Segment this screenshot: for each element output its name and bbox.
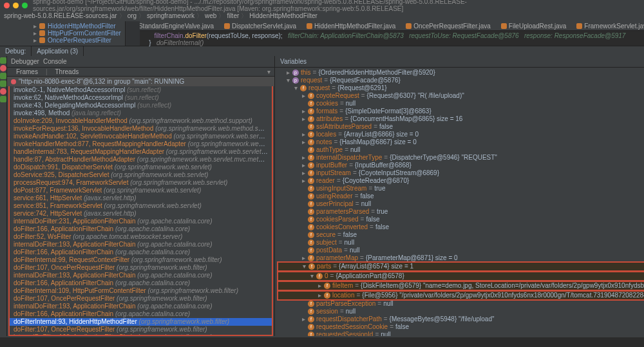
stack-frame[interactable]: handleInternal:783, RequestMappingHandle… <box>10 148 272 156</box>
variable-row[interactable]: ▸flocation = {File@5956} "/private/var/f… <box>277 290 644 301</box>
stack-frame[interactable]: handle:87, AbstractHandlerMethodAdapter … <box>10 156 272 164</box>
bc-item[interactable]: org <box>128 12 137 19</box>
variable-row[interactable]: ▾f0 = {ApplicationPart@6578} <box>277 271 644 281</box>
project-tree[interactable]: ▸HiddenHttpMethodFilter ▸HttpPutFormCont… <box>0 21 126 46</box>
stack-frame[interactable]: service:851, FrameworkServlet (org.sprin… <box>10 202 272 210</box>
stack-frame[interactable]: doFilterInternal:93, HiddenHttpMethodFil… <box>10 318 272 326</box>
stack-frame[interactable]: doFilterInternal:99, RequestContextFilte… <box>10 256 272 264</box>
stack-frame[interactable]: internalDoFilter:193, ApplicationFilterC… <box>10 333 272 336</box>
variable-row[interactable]: ▸flocales = {ArrayList@6866} size = 0 <box>278 131 644 138</box>
bc-item[interactable]: spring-web-5.0.8.RELEASE-sources.jar <box>4 12 117 19</box>
variable-row[interactable]: fcookiesConverted = false <box>278 223 644 231</box>
stack-frame[interactable]: processRequest:974, FrameworkServlet (or… <box>10 179 272 187</box>
stack-frame[interactable]: invoke:43, DelegatingMethodAccessorImpl … <box>10 102 272 109</box>
variable-row[interactable]: fusingReader = false <box>278 192 644 200</box>
variable-row[interactable]: fsession = null <box>278 308 644 315</box>
stack-frame[interactable]: invoke:62, NativeMethodAccessorImpl (sun… <box>10 94 272 102</box>
stack-frame[interactable]: doDispatch:991, DispatcherServlet (org.s… <box>10 164 272 171</box>
stack-frame[interactable]: internalDoFilter:193, ApplicationFilterC… <box>10 272 272 279</box>
editor-tabs[interactable]: StandardEngineValve.java DispatcherServl… <box>126 21 644 31</box>
variable-row[interactable]: ▸finternalDispatcherType = {DispatcherTy… <box>278 154 644 162</box>
variable-row[interactable]: fsslAttributesParsed = false <box>278 123 644 131</box>
variable-row[interactable]: fsubject = null <box>278 239 644 247</box>
stack-frame[interactable]: doFilter:166, ApplicationFilterChain (or… <box>10 249 272 256</box>
variable-row[interactable]: ▸fnotes = {HashMap@6867} size = 0 <box>278 138 644 146</box>
stack-frame[interactable]: doFilter:166, ApplicationFilterChain (or… <box>10 279 272 287</box>
variable-row[interactable]: ▸fattributes = {ConcurrentHashMap@6865} … <box>278 115 644 123</box>
stack-frame[interactable]: invokeForRequest:136, InvocableHandlerMe… <box>10 125 272 133</box>
resume-icon[interactable] <box>0 73 6 79</box>
window-controls[interactable] <box>4 3 28 8</box>
variable-row[interactable]: ▸frequestDispatcherPath = {MessageBytes@… <box>278 315 644 323</box>
variable-row[interactable]: fsecure = false <box>278 231 644 239</box>
stop-icon[interactable] <box>0 65 6 71</box>
variable-row[interactable]: fpartsParseException = null <box>278 300 644 308</box>
stack-frame[interactable]: invokeHandlerMethod:877, RequestMappingH… <box>10 140 272 148</box>
stack-frame[interactable]: internalDoFilter:193, ApplicationFilterC… <box>10 241 272 249</box>
tree-item[interactable]: OncePerRequestFilter <box>48 37 111 44</box>
variable-row[interactable]: ▾frequest = {Request@6291} <box>278 84 644 92</box>
variable-row[interactable]: ▸pthis = {OrderedHiddenHttpMethodFilter@… <box>278 69 644 77</box>
tree-item[interactable]: HiddenHttpMethodFilter <box>48 23 116 30</box>
stack-frame[interactable]: doFilterInternal:109, HttpPutFormContent… <box>10 287 272 295</box>
stack-frame[interactable]: invoke0:-1, NativeMethodAccessorImpl (su… <box>10 86 272 94</box>
bc-item[interactable]: web <box>205 12 216 19</box>
minimize-icon[interactable] <box>13 3 19 8</box>
variable-row[interactable]: fauthType = null <box>278 146 644 154</box>
tool-tab[interactable]: Console <box>43 58 67 65</box>
rerun-icon[interactable] <box>0 57 6 64</box>
stack-frame[interactable]: doFilter:166, ApplicationFilterChain (or… <box>10 310 272 318</box>
variable-row[interactable]: frequestedSessionCookie = false <box>278 323 644 331</box>
variable-row[interactable]: ▸fformats = {SimpleDateFormat[3]@6863} <box>278 108 644 115</box>
chevron-down-icon[interactable]: ▾ <box>263 68 274 75</box>
stack-frame[interactable]: doFilter:166, ApplicationFilterChain (or… <box>10 225 272 233</box>
variable-row[interactable]: ▸fcoyoteRequest = {Request@6307} "R( /fi… <box>278 92 644 100</box>
gutter[interactable] <box>126 21 140 46</box>
variable-row[interactable]: ▸finputStream = {CoyoteInputStream@6869} <box>278 169 644 177</box>
variable-row[interactable]: fuserPrincipal = null <box>278 200 644 208</box>
bc-item[interactable]: filter <box>227 12 239 19</box>
stack-frame[interactable]: doPost:877, FrameworkServlet (org.spring… <box>10 187 272 194</box>
variable-row[interactable]: fpostData = null <box>278 247 644 254</box>
toolwindow-toolbar[interactable] <box>0 56 7 336</box>
threads-tab[interactable]: Threads <box>52 68 83 75</box>
stack-frame[interactable]: invokeAndHandle:102, ServletInvocableHan… <box>10 133 272 140</box>
run-config[interactable]: Application (3) <box>32 46 84 56</box>
stack-frame[interactable]: service:742, HttpServlet (javax.servlet.… <box>10 210 272 218</box>
editor[interactable]: StandardEngineValve.java DispatcherServl… <box>126 21 644 46</box>
tab[interactable]: OncePerRequestFilter.java <box>401 22 496 30</box>
pause-icon[interactable] <box>0 80 6 87</box>
variable-row[interactable]: fcookies = null <box>278 100 644 108</box>
tab[interactable]: HiddenHttpMethodFilter.java <box>301 22 401 30</box>
variable-row[interactable]: ▸ffileItem = {DiskFileItem@6579} "name=d… <box>277 281 644 291</box>
mute-bp-icon[interactable] <box>0 88 6 95</box>
tab[interactable]: FileUploadRest.java <box>496 22 572 30</box>
stack-frame[interactable]: invoke:498, Method (java.lang.reflect) <box>10 109 272 117</box>
bc-item[interactable]: HiddenHttpMethodFilter <box>249 12 317 19</box>
frames-list[interactable]: invoke0:-1, NativeMethodAccessorImpl (su… <box>8 86 273 336</box>
stack-frame[interactable]: doService:925, DispatcherServlet (org.sp… <box>10 171 272 179</box>
stack-frame[interactable]: doFilter:52, WsFilter (org.apache.tomcat… <box>10 233 272 241</box>
variable-row[interactable]: frequestedSessionId = null <box>278 331 644 336</box>
variable-row[interactable]: ▾fparts = {ArrayList@6574} size = 1 <box>277 261 644 272</box>
variable-row[interactable]: ▸freader = {CoyoteReader@6870} <box>278 177 644 185</box>
bc-item[interactable]: springframework <box>147 12 194 19</box>
variable-row[interactable]: ▾prequest = {RequestFacade@5876} <box>278 77 644 84</box>
tab[interactable]: FrameworkServlet.java <box>571 22 644 30</box>
stack-frame[interactable]: doInvoke:209, InvocableHandlerMethod (or… <box>10 117 272 125</box>
stack-frame[interactable]: internalDoFilter:231, ApplicationFilterC… <box>10 218 272 225</box>
code-area[interactable]: filterChain.doFilter(requestToUse, respo… <box>126 31 644 48</box>
view-bp-icon[interactable] <box>0 96 6 102</box>
tool-tab[interactable]: Debugger <box>11 58 39 65</box>
stack-frame[interactable]: internalDoFilter:193, ApplicationFilterC… <box>10 303 272 310</box>
variable-row[interactable]: ▸finputBuffer = {InputBuffer@6868} <box>278 162 644 169</box>
zoom-icon[interactable] <box>22 3 28 8</box>
tab[interactable]: DispatcherServlet.java <box>219 22 301 30</box>
stack-frame[interactable]: doFilter:107, OncePerRequestFilter (org.… <box>10 326 272 333</box>
variable-row[interactable]: fusingInputStream = true <box>278 185 644 192</box>
stack-frame[interactable]: doFilter:107, OncePerRequestFilter (org.… <box>10 295 272 303</box>
frames-tab[interactable]: Frames <box>12 68 42 75</box>
tree-item[interactable]: HttpPutFormContentFilter <box>48 30 121 37</box>
stack-frame[interactable]: service:661, HttpServlet (javax.servlet.… <box>10 194 272 202</box>
close-icon[interactable] <box>4 3 10 8</box>
